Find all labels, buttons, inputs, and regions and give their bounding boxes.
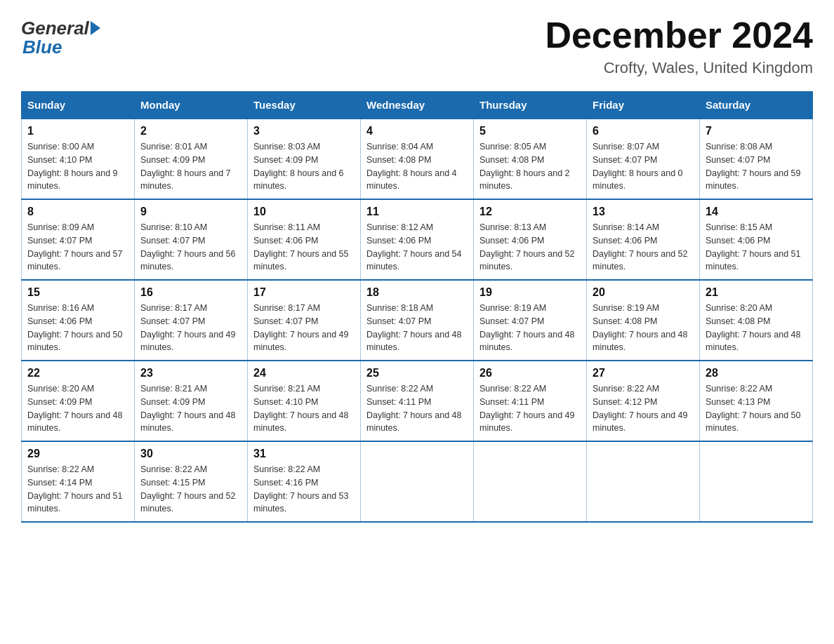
day-info: Sunrise: 8:03 AMSunset: 4:09 PMDaylight:… [253,140,355,193]
calendar-cell: 5Sunrise: 8:05 AMSunset: 4:08 PMDaylight… [474,119,587,199]
day-number: 12 [479,206,581,218]
day-number: 29 [27,448,128,460]
calendar-cell: 22Sunrise: 8:20 AMSunset: 4:09 PMDayligh… [22,361,135,441]
calendar-cell: 27Sunrise: 8:22 AMSunset: 4:12 PMDayligh… [587,361,700,441]
col-header-sunday: Sunday [22,92,135,119]
day-info: Sunrise: 8:22 AMSunset: 4:12 PMDaylight:… [593,382,694,435]
day-info: Sunrise: 8:18 AMSunset: 4:07 PMDaylight:… [366,302,468,354]
calendar-week-3: 15Sunrise: 8:16 AMSunset: 4:06 PMDayligh… [22,280,813,361]
calendar-cell: 1Sunrise: 8:00 AMSunset: 4:10 PMDaylight… [22,119,135,199]
day-info: Sunrise: 8:22 AMSunset: 4:15 PMDaylight:… [140,463,241,516]
day-info: Sunrise: 8:12 AMSunset: 4:06 PMDaylight:… [366,221,468,274]
logo-arrow-icon [91,21,100,35]
day-number: 6 [593,125,694,137]
day-info: Sunrise: 8:21 AMSunset: 4:09 PMDaylight:… [140,382,241,435]
calendar-cell: 24Sunrise: 8:21 AMSunset: 4:10 PMDayligh… [248,361,361,441]
day-number: 11 [366,206,468,218]
calendar-cell: 13Sunrise: 8:14 AMSunset: 4:06 PMDayligh… [587,199,700,280]
calendar-cell: 28Sunrise: 8:22 AMSunset: 4:13 PMDayligh… [700,361,813,441]
calendar-week-4: 22Sunrise: 8:20 AMSunset: 4:09 PMDayligh… [22,361,813,441]
calendar-cell [361,441,474,522]
day-number: 3 [253,125,355,137]
day-number: 9 [140,206,241,218]
day-info: Sunrise: 8:07 AMSunset: 4:07 PMDaylight:… [593,140,694,193]
calendar-cell: 10Sunrise: 8:11 AMSunset: 4:06 PMDayligh… [248,199,361,280]
day-info: Sunrise: 8:04 AMSunset: 4:08 PMDaylight:… [366,140,468,193]
calendar-cell: 3Sunrise: 8:03 AMSunset: 4:09 PMDaylight… [248,119,361,199]
day-number: 22 [27,367,128,380]
calendar-cell [587,441,700,522]
day-number: 23 [140,367,241,380]
calendar-cell: 29Sunrise: 8:22 AMSunset: 4:14 PMDayligh… [22,441,135,522]
main-title: December 2024 [545,14,813,56]
calendar-header-row: SundayMondayTuesdayWednesdayThursdayFrid… [22,92,813,119]
day-number: 26 [479,367,581,380]
logo: General Blue [21,14,100,58]
day-info: Sunrise: 8:19 AMSunset: 4:07 PMDaylight:… [479,302,581,354]
day-info: Sunrise: 8:10 AMSunset: 4:07 PMDaylight:… [140,221,241,274]
day-info: Sunrise: 8:20 AMSunset: 4:08 PMDaylight:… [706,302,807,354]
col-header-friday: Friday [587,92,700,119]
day-info: Sunrise: 8:09 AMSunset: 4:07 PMDaylight:… [27,221,128,274]
day-number: 17 [253,286,355,299]
day-info: Sunrise: 8:19 AMSunset: 4:08 PMDaylight:… [593,302,694,354]
day-info: Sunrise: 8:11 AMSunset: 4:06 PMDaylight:… [253,221,355,274]
day-info: Sunrise: 8:16 AMSunset: 4:06 PMDaylight:… [27,302,128,354]
day-number: 31 [253,448,355,460]
day-number: 8 [27,206,128,218]
calendar-week-5: 29Sunrise: 8:22 AMSunset: 4:14 PMDayligh… [22,441,813,522]
day-info: Sunrise: 8:01 AMSunset: 4:09 PMDaylight:… [140,140,241,193]
calendar-week-1: 1Sunrise: 8:00 AMSunset: 4:10 PMDaylight… [22,119,813,199]
day-info: Sunrise: 8:08 AMSunset: 4:07 PMDaylight:… [706,140,807,193]
calendar-cell: 4Sunrise: 8:04 AMSunset: 4:08 PMDaylight… [361,119,474,199]
col-header-thursday: Thursday [474,92,587,119]
col-header-wednesday: Wednesday [361,92,474,119]
day-number: 27 [593,367,694,380]
day-number: 14 [706,206,807,218]
day-info: Sunrise: 8:22 AMSunset: 4:16 PMDaylight:… [253,463,355,516]
calendar-cell: 25Sunrise: 8:22 AMSunset: 4:11 PMDayligh… [361,361,474,441]
day-info: Sunrise: 8:20 AMSunset: 4:09 PMDaylight:… [27,382,128,435]
calendar-cell: 14Sunrise: 8:15 AMSunset: 4:06 PMDayligh… [700,199,813,280]
calendar-cell [700,441,813,522]
day-number: 16 [140,286,241,299]
calendar-cell: 8Sunrise: 8:09 AMSunset: 4:07 PMDaylight… [22,199,135,280]
day-info: Sunrise: 8:13 AMSunset: 4:06 PMDaylight:… [479,221,581,274]
col-header-saturday: Saturday [700,92,813,119]
day-info: Sunrise: 8:22 AMSunset: 4:11 PMDaylight:… [479,382,581,435]
day-number: 15 [27,286,128,299]
day-number: 5 [479,125,581,137]
day-info: Sunrise: 8:15 AMSunset: 4:06 PMDaylight:… [706,221,807,274]
day-info: Sunrise: 8:05 AMSunset: 4:08 PMDaylight:… [479,140,581,193]
day-number: 24 [253,367,355,380]
day-info: Sunrise: 8:22 AMSunset: 4:11 PMDaylight:… [366,382,468,435]
day-number: 18 [366,286,468,299]
day-info: Sunrise: 8:00 AMSunset: 4:10 PMDaylight:… [27,140,128,193]
calendar-cell: 15Sunrise: 8:16 AMSunset: 4:06 PMDayligh… [22,280,135,361]
day-number: 13 [593,206,694,218]
day-info: Sunrise: 8:21 AMSunset: 4:10 PMDaylight:… [253,382,355,435]
day-info: Sunrise: 8:22 AMSunset: 4:13 PMDaylight:… [706,382,807,435]
calendar-cell: 20Sunrise: 8:19 AMSunset: 4:08 PMDayligh… [587,280,700,361]
calendar-cell: 7Sunrise: 8:08 AMSunset: 4:07 PMDaylight… [700,119,813,199]
calendar-cell: 2Sunrise: 8:01 AMSunset: 4:09 PMDaylight… [135,119,248,199]
day-number: 21 [706,286,807,299]
calendar-cell: 9Sunrise: 8:10 AMSunset: 4:07 PMDaylight… [135,199,248,280]
title-block: December 2024 Crofty, Wales, United King… [545,14,813,77]
logo-blue-text: Blue [22,36,62,58]
day-number: 25 [366,367,468,380]
calendar-cell: 16Sunrise: 8:17 AMSunset: 4:07 PMDayligh… [135,280,248,361]
calendar-cell: 30Sunrise: 8:22 AMSunset: 4:15 PMDayligh… [135,441,248,522]
calendar-cell: 23Sunrise: 8:21 AMSunset: 4:09 PMDayligh… [135,361,248,441]
day-number: 20 [593,286,694,299]
col-header-monday: Monday [135,92,248,119]
day-number: 4 [366,125,468,137]
day-info: Sunrise: 8:22 AMSunset: 4:14 PMDaylight:… [27,463,128,516]
calendar-cell [474,441,587,522]
day-info: Sunrise: 8:17 AMSunset: 4:07 PMDaylight:… [253,302,355,354]
day-number: 2 [140,125,241,137]
calendar-week-2: 8Sunrise: 8:09 AMSunset: 4:07 PMDaylight… [22,199,813,280]
day-number: 1 [27,125,128,137]
day-number: 7 [706,125,807,137]
calendar-cell: 11Sunrise: 8:12 AMSunset: 4:06 PMDayligh… [361,199,474,280]
